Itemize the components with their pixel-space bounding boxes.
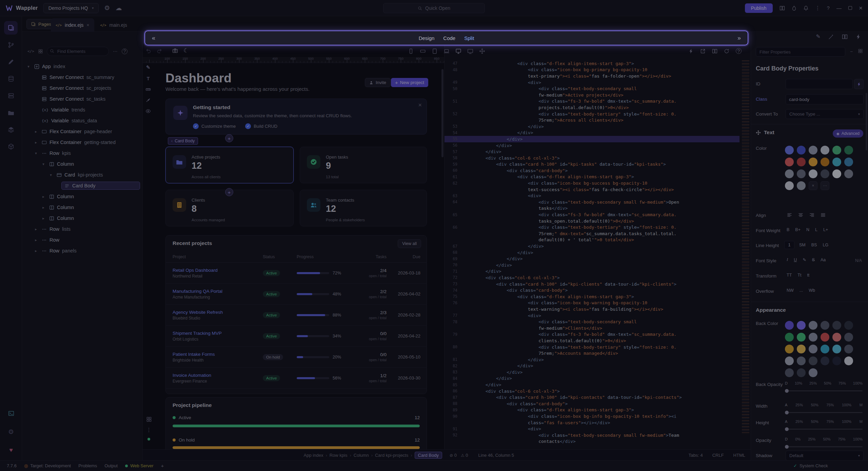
code-line[interactable]: 62 <div class="icon-box bg-success bg-op…: [445, 180, 739, 186]
code-line[interactable]: 81 </div>: [445, 356, 739, 363]
width-option-m[interactable]: M: [860, 403, 863, 407]
chevron-down-icon[interactable]: ▾: [25, 64, 32, 69]
align-left-button[interactable]: [784, 211, 794, 219]
color-swatch[interactable]: [785, 321, 794, 330]
tabs-indicator[interactable]: Tabs: 4: [689, 453, 703, 458]
project-row-shipment-tracking-mvp[interactable]: Shipment Tracking MVPOrbit LogisticsActi…: [166, 326, 427, 347]
moon-icon[interactable]: ☾: [183, 48, 189, 54]
grid-toggle-icon[interactable]: [146, 417, 152, 422]
back-opacity-slider[interactable]: [786, 390, 863, 391]
rail-files-icon[interactable]: [4, 106, 18, 119]
color-swatch[interactable]: [797, 181, 806, 190]
column-header-progress[interactable]: Progress: [297, 254, 358, 259]
code-line[interactable]: 75rem;">Accounts managed</div>: [445, 350, 739, 356]
back-opacity-option-d[interactable]: D: [785, 381, 788, 385]
width-option-75[interactable]: 75%: [826, 403, 834, 407]
color-swatch[interactable]: [797, 169, 806, 178]
code-line[interactable]: tasks_open.total.default(0)">0</div>: [445, 218, 739, 224]
output-button[interactable]: Output: [104, 463, 118, 468]
height-option-75[interactable]: 75%: [826, 419, 834, 424]
transform-tt-button[interactable]: tt: [805, 272, 812, 279]
breadcrumb-current[interactable]: Card Body: [415, 452, 442, 459]
project-row-invoice-automation[interactable]: Invoice AutomationEvergreen FinanceActiv…: [166, 368, 427, 389]
tab-index-ejs[interactable]: </>index.ejs×: [51, 18, 94, 32]
device-phone-button[interactable]: [408, 48, 414, 54]
device-laptop-button[interactable]: [443, 48, 450, 54]
color-swatch[interactable]: [809, 146, 817, 155]
chevron-right-icon[interactable]: ▸: [40, 205, 46, 210]
height-slider[interactable]: [786, 429, 863, 430]
breadcrumb-item-row-kpis[interactable]: Row kpis: [330, 453, 348, 458]
opacity-option-75[interactable]: 75%: [838, 437, 846, 441]
tree-item-variable-trends[interactable]: {x}Variabletrends: [22, 104, 143, 115]
code-line[interactable]: 77 <div>: [445, 312, 739, 319]
font-weight-b-button[interactable]: B+: [793, 226, 803, 233]
transform-tt-button[interactable]: TT: [784, 272, 794, 279]
color-swatch[interactable]: [797, 356, 806, 365]
project-name-link[interactable]: Retail Ops Dashboard: [173, 268, 263, 273]
project-name-link[interactable]: Manufacturing QA Portal: [173, 289, 263, 294]
code-line[interactable]: 86 <div class="col-6 col-xl-3">: [445, 388, 739, 394]
project-name-link[interactable]: Invoice Automation: [173, 373, 263, 378]
width-option-a[interactable]: A: [785, 403, 787, 407]
code-line[interactable]: 79 <div class="fs-3 fw-bold" dmx-text="s…: [445, 331, 739, 338]
color-swatch[interactable]: [844, 169, 853, 178]
preview-eye-icon[interactable]: [145, 108, 151, 114]
grid-view-toggle-icon[interactable]: [38, 49, 43, 54]
width-slider[interactable]: [786, 412, 863, 413]
tree-item-server-connect-sc-tasks[interactable]: Server Connectsc_tasks: [22, 94, 143, 104]
tree-item-row-lists[interactable]: ▸Rowlists: [22, 224, 143, 234]
errors-count[interactable]: ⊘ 0: [450, 453, 457, 458]
code-line[interactable]: 92 <div class="text-body-secondary small…: [445, 432, 739, 438]
color-swatch[interactable]: [821, 169, 829, 178]
code-line[interactable]: fw-medium">Active projects</div>: [445, 92, 739, 98]
color-swatch[interactable]: [809, 345, 817, 353]
rail-workflows-icon[interactable]: [4, 38, 18, 52]
selected-element-chip[interactable]: ‹Card Body: [168, 137, 198, 145]
rail-design-icon[interactable]: [4, 55, 18, 68]
code-line[interactable]: 66 <div class="text-body-tertiary" style…: [445, 224, 739, 230]
project-row-agency-website-refresh[interactable]: Agency Website RefreshBluebird StudioAct…: [166, 305, 427, 326]
width-option-50[interactable]: 50%: [811, 403, 818, 407]
line-height-input[interactable]: [784, 241, 794, 249]
italic-button[interactable]: I: [784, 256, 790, 263]
color-swatch[interactable]: [844, 321, 853, 330]
check-item-customize-theme[interactable]: ✓Customize theme: [193, 123, 236, 129]
code-line[interactable]: contacts</div>: [445, 438, 739, 445]
code-line[interactable]: 73 <div class="card h-100" id="kpi-clien…: [445, 281, 739, 287]
tree-item-variable-status-data[interactable]: {x}Variablestatus_data: [22, 115, 143, 126]
underline-button[interactable]: U: [791, 257, 799, 263]
code-line[interactable]: text-success"><i class="fas fa-check-cir…: [445, 186, 739, 193]
tree-item-row[interactable]: ▸Row: [22, 234, 143, 245]
maximize-button[interactable]: [848, 6, 852, 10]
color-swatch[interactable]: [821, 158, 829, 166]
code-minimap[interactable]: [742, 60, 749, 433]
code-line[interactable]: 68 </div>: [445, 249, 739, 256]
color-swatch[interactable]: [797, 333, 806, 342]
design-scrollbar[interactable]: [441, 69, 443, 157]
code-line[interactable]: 59 <div class="card h-100" id="kpi-tasks…: [445, 161, 739, 168]
filter-properties-input[interactable]: [756, 47, 845, 57]
id-input[interactable]: [786, 79, 853, 89]
project-name-link[interactable]: Shipment Tracking MVP: [173, 331, 263, 336]
system-check-button[interactable]: ✓System Check: [793, 463, 828, 468]
code-line[interactable]: class="fas fa-users"></i></div>: [445, 419, 739, 426]
code-line[interactable]: 49 <div>: [445, 79, 739, 86]
cloud-sync-icon[interactable]: ☁: [115, 5, 122, 11]
code-line[interactable]: 53 </div>: [445, 123, 739, 130]
tree-item-card-kpi-projects[interactable]: ▾Cardkpi-projects: [22, 169, 143, 180]
color-swatch[interactable]: [785, 169, 794, 178]
design-canvas[interactable]: Dashboard Welcome back — here's what's h…: [143, 63, 444, 449]
view-mode-code[interactable]: Code: [443, 35, 455, 41]
code-line[interactable]: 47 <div class="d-flex align-items-start …: [445, 60, 739, 67]
eol-indicator[interactable]: CRLF: [712, 453, 724, 458]
back-opacity-option-10[interactable]: 10%: [795, 381, 802, 385]
device-tablet-button[interactable]: [432, 48, 438, 54]
code-line[interactable]: 61 <div class="d-flex align-items-start …: [445, 174, 739, 180]
code-line[interactable]: 70 </div>: [445, 262, 739, 268]
brush-tool-icon[interactable]: [145, 98, 151, 103]
device-phone-landscape-button[interactable]: [420, 48, 426, 54]
color-swatch[interactable]: [785, 368, 794, 377]
overflow-wb-button[interactable]: Wb: [806, 287, 817, 294]
advanced-toggle[interactable]: ◉Advanced: [833, 129, 863, 138]
